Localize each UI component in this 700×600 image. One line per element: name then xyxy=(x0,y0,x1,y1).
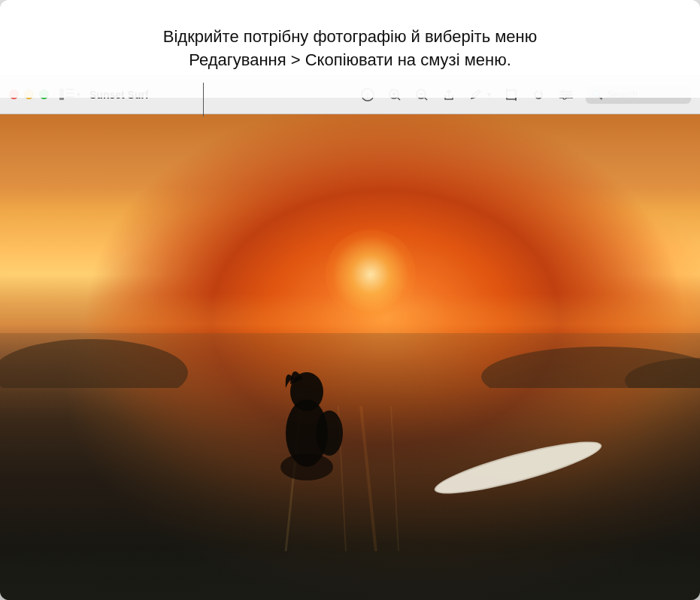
svg-rect-1 xyxy=(65,89,74,90)
close-button[interactable] xyxy=(9,89,19,99)
svg-point-22 xyxy=(567,93,570,96)
share-button[interactable] xyxy=(441,86,457,103)
markup-button[interactable] xyxy=(468,86,484,103)
app-window: Відкрийте потрібну фотографію й виберіть… xyxy=(0,0,700,600)
markup-group: ▾ xyxy=(468,86,492,103)
maximize-button[interactable] xyxy=(39,89,49,99)
surfboard xyxy=(420,423,616,513)
svg-point-21 xyxy=(562,90,565,93)
toolbar-actions: i xyxy=(359,86,691,104)
search-input[interactable] xyxy=(607,89,685,100)
svg-rect-0 xyxy=(59,89,64,100)
tooltip-text: Відкрийте потрібну фотографію й виберіть… xyxy=(162,26,538,72)
svg-line-9 xyxy=(398,97,401,100)
markup-chevron-button[interactable]: ▾ xyxy=(486,89,492,100)
search-icon: 🔍 xyxy=(592,89,603,100)
surfer-silhouette xyxy=(224,283,389,493)
revert-button[interactable] xyxy=(530,86,547,103)
window-title: Sunset Surf xyxy=(89,89,149,101)
sidebar-icon xyxy=(59,89,74,100)
adjustments-button[interactable] xyxy=(557,88,575,102)
traffic-lights xyxy=(9,89,49,99)
sidebar-chevron-icon: ▾ xyxy=(77,90,80,98)
svg-rect-15 xyxy=(507,90,516,99)
photo-background xyxy=(0,114,700,600)
zoom-out-button[interactable] xyxy=(414,86,430,103)
search-box[interactable]: 🔍 xyxy=(586,86,691,104)
minimize-button[interactable] xyxy=(24,89,34,99)
svg-line-12 xyxy=(425,97,428,100)
svg-text:i: i xyxy=(367,91,369,99)
svg-point-23 xyxy=(563,96,566,99)
svg-rect-2 xyxy=(65,92,74,94)
sidebar-toggle-button[interactable]: ▾ xyxy=(59,89,80,100)
photo-area xyxy=(0,114,700,600)
svg-point-34 xyxy=(280,453,333,480)
svg-point-36 xyxy=(433,434,604,501)
svg-line-30 xyxy=(391,406,398,552)
toolbar: ▾ Sunset Surf i xyxy=(0,75,700,114)
svg-point-33 xyxy=(316,411,343,456)
info-button[interactable]: i xyxy=(359,86,376,103)
crop-button[interactable] xyxy=(503,86,520,103)
zoom-in-button[interactable] xyxy=(386,86,403,103)
svg-rect-3 xyxy=(65,96,74,98)
